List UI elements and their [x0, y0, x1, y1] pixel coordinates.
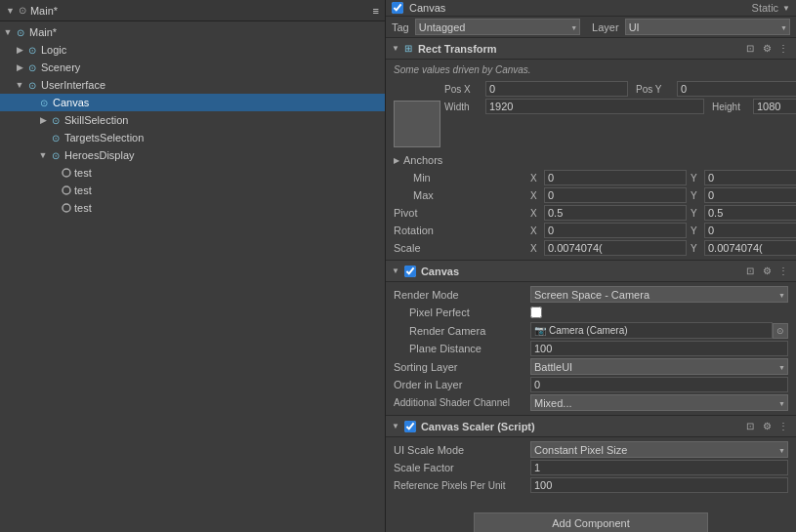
render-mode-label: Render Mode — [394, 289, 530, 301]
anchors-max-x-input[interactable] — [544, 187, 687, 203]
camera-icon: 📷 — [534, 325, 546, 336]
label-targetsselection: TargetsSelection — [64, 132, 144, 143]
add-component-button[interactable]: Add Component — [474, 512, 708, 532]
rotation-y-input[interactable] — [704, 223, 796, 238]
scale-value: X Y Z — [530, 240, 796, 256]
rect-settings-icon[interactable]: ⚙ — [760, 42, 774, 56]
pivot-x-input[interactable] — [544, 205, 687, 221]
pivot-row: Pivot X Y — [386, 204, 796, 222]
canvas-settings-icon[interactable]: ⚙ — [760, 265, 774, 278]
pixel-perfect-checkbox[interactable] — [530, 307, 542, 318]
icon-test2 — [61, 184, 72, 196]
sorting-layer-select[interactable]: BattleUI — [530, 358, 788, 375]
scale-y-input[interactable] — [704, 240, 796, 256]
tree-item-test3[interactable]: test — [0, 199, 385, 217]
width-height-row: Width Height R ⊞ — [444, 99, 796, 114]
render-mode-select[interactable]: Screen Space - Camera — [530, 286, 788, 303]
label-test3: test — [74, 202, 92, 214]
anchors-min-y-input[interactable] — [704, 170, 796, 185]
plane-distance-input[interactable] — [530, 341, 788, 356]
posx-label: Pos X — [444, 84, 482, 95]
label-skillselection: SkillSelection — [64, 114, 128, 126]
canvas-section-arrow[interactable]: ▼ — [392, 266, 399, 275]
canvas-menu-icon[interactable]: ⋮ — [776, 265, 790, 278]
canvas-scaler-arrow[interactable]: ▼ — [392, 422, 399, 430]
rect-transform-section: ▼ ⊞ Rect Transform ⊡ ⚙ ⋮ Some values dri… — [386, 37, 796, 260]
rect-copy-icon[interactable]: ⊡ — [743, 42, 757, 56]
tree-item-scenery[interactable]: ▶ ⊙ Scenery — [0, 59, 385, 76]
anchors-max-y-input[interactable] — [704, 187, 796, 203]
additional-shader-label: Additional Shader Channel — [394, 397, 530, 408]
rect-transform-arrow[interactable]: ▼ — [392, 44, 399, 53]
label-test1: test — [74, 167, 92, 179]
reference-pixels-input[interactable] — [530, 477, 788, 493]
posy-input[interactable] — [677, 81, 796, 97]
posx-input[interactable] — [485, 81, 628, 97]
tree-item-test1[interactable]: test — [0, 164, 385, 182]
canvas-scaler-checkbox[interactable] — [404, 421, 416, 432]
rect-transform-header: ▼ ⊞ Rect Transform ⊡ ⚙ ⋮ — [386, 38, 796, 60]
pivot-y-input[interactable] — [704, 205, 796, 221]
anchors-min-y-label: Y — [691, 173, 700, 184]
icon-main: ⊙ — [14, 25, 27, 39]
render-camera-field: 📷 Camera (Camera) — [530, 322, 773, 339]
label-scenery: Scenery — [41, 61, 80, 73]
tree-item-heroesdisplay[interactable]: ▼ ⊙ HeroesDisplay — [0, 146, 385, 164]
anchors-arrow[interactable]: ▶ — [394, 156, 403, 165]
label-main: Main* — [29, 26, 57, 38]
canvas-section-header: ▼ Canvas ⊡ ⚙ ⋮ — [386, 261, 796, 282]
order-in-layer-row: Order in Layer — [386, 376, 796, 393]
scale-factor-row: Scale Factor — [386, 459, 796, 476]
canvas-section-content: Render Mode Screen Space - Camera Pixel … — [386, 282, 796, 415]
rect-transform-actions: ⊡ ⚙ ⋮ — [743, 42, 790, 56]
hierarchy-title: Main* — [30, 5, 58, 17]
expand-icon: ▼ — [6, 6, 15, 16]
ui-scale-mode-select[interactable]: Constant Pixel Size — [530, 441, 788, 458]
rect-hint: Some values driven by Canvas. — [386, 62, 796, 77]
label-userinterface: UserInterface — [41, 79, 105, 91]
ui-scale-mode-row: UI Scale Mode Constant Pixel Size — [386, 440, 796, 459]
icon-test1 — [61, 167, 72, 179]
render-camera-target-btn[interactable]: ⊙ — [773, 323, 788, 339]
add-component-area: Add Component — [386, 497, 796, 532]
arrow-scenery: ▶ — [14, 62, 25, 72]
sorting-layer-label: Sorting Layer — [394, 361, 530, 373]
scale-factor-input[interactable] — [530, 460, 788, 475]
tree-item-targetsselection[interactable]: ⊙ TargetsSelection — [0, 129, 385, 146]
tree-item-canvas[interactable]: ⊙ Canvas — [0, 94, 385, 111]
order-in-layer-input[interactable] — [530, 377, 788, 392]
layer-select[interactable]: UI — [625, 19, 790, 35]
anchors-min-x-label: X — [530, 173, 540, 184]
arrow-logic: ▶ — [14, 45, 25, 55]
render-camera-value: Camera (Camera) — [549, 325, 769, 336]
tree-item-test2[interactable]: test — [0, 182, 385, 199]
left-panel: ▼ ⊙ Main* ≡ ▼ ⊙ Main* ▶ ⊙ Logic ▶ ⊙ Scen… — [0, 0, 386, 532]
anchors-min-x-input[interactable] — [544, 170, 687, 185]
canvas-active-checkbox[interactable] — [392, 2, 403, 14]
anchors-max-y-label: Y — [691, 190, 700, 201]
scaler-menu-icon[interactable]: ⋮ — [776, 420, 790, 433]
tree-item-skillselection[interactable]: ▶ ⊙ SkillSelection — [0, 111, 385, 129]
arrow-heroesdisplay: ▼ — [37, 150, 49, 160]
tree-item-logic[interactable]: ▶ ⊙ Logic — [0, 41, 385, 59]
tree-item-main[interactable]: ▼ ⊙ Main* — [0, 23, 385, 41]
ui-scale-mode-label: UI Scale Mode — [394, 444, 530, 456]
static-dropdown-arrow[interactable]: ▼ — [782, 4, 790, 13]
canvas-section-title: Canvas — [421, 266, 459, 277]
static-label: Static — [752, 2, 779, 14]
additional-shader-select[interactable]: Mixed... — [530, 394, 788, 411]
canvas-copy-icon[interactable]: ⊡ — [743, 265, 757, 278]
tree-item-userinterface[interactable]: ▼ ⊙ UserInterface — [0, 76, 385, 94]
scaler-copy-icon[interactable]: ⊡ — [743, 420, 757, 433]
rotation-x-input[interactable] — [544, 223, 687, 238]
width-input[interactable] — [485, 99, 704, 114]
height-input[interactable] — [753, 99, 796, 114]
hierarchy-menu-icon[interactable]: ≡ — [373, 5, 379, 17]
canvas-section-checkbox[interactable] — [404, 266, 416, 277]
scale-x-input[interactable] — [544, 240, 687, 256]
anchors-min-value: X Y — [530, 170, 796, 185]
rect-menu-icon[interactable]: ⋮ — [776, 42, 790, 56]
scale-row: Scale X Y Z — [386, 239, 796, 257]
tag-select[interactable]: Untagged — [415, 19, 580, 35]
scaler-settings-icon[interactable]: ⚙ — [760, 420, 774, 433]
